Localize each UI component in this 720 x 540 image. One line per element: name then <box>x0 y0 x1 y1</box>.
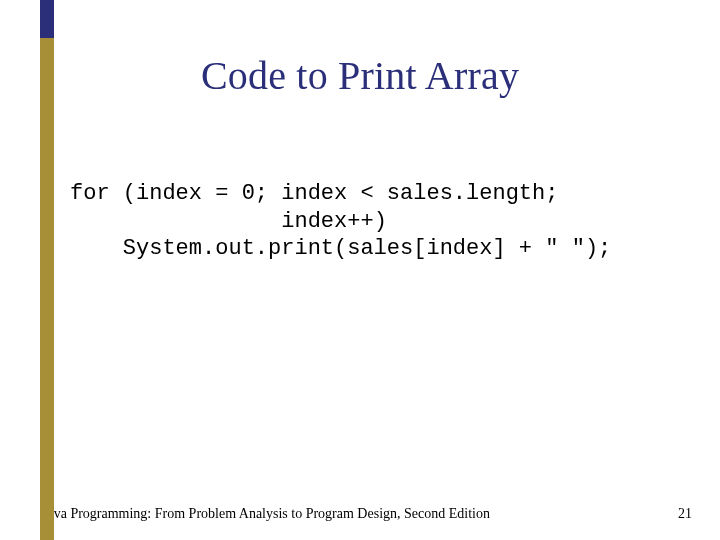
top-band <box>0 0 720 38</box>
page-number: 21 <box>678 506 692 522</box>
code-block: for (index = 0; index < sales.length; in… <box>70 180 690 263</box>
accent-bar-gold <box>40 0 54 540</box>
code-line: System.out.print(sales[index] + " "); <box>70 236 611 261</box>
slide: Code to Print Array for (index = 0; inde… <box>0 0 720 540</box>
footer-text: Java Programming: From Problem Analysis … <box>42 506 490 522</box>
code-line: index++) <box>70 209 387 234</box>
slide-title: Code to Print Array <box>0 52 720 99</box>
code-line: for (index = 0; index < sales.length; <box>70 181 558 206</box>
accent-bar-navy-cap <box>40 0 54 38</box>
